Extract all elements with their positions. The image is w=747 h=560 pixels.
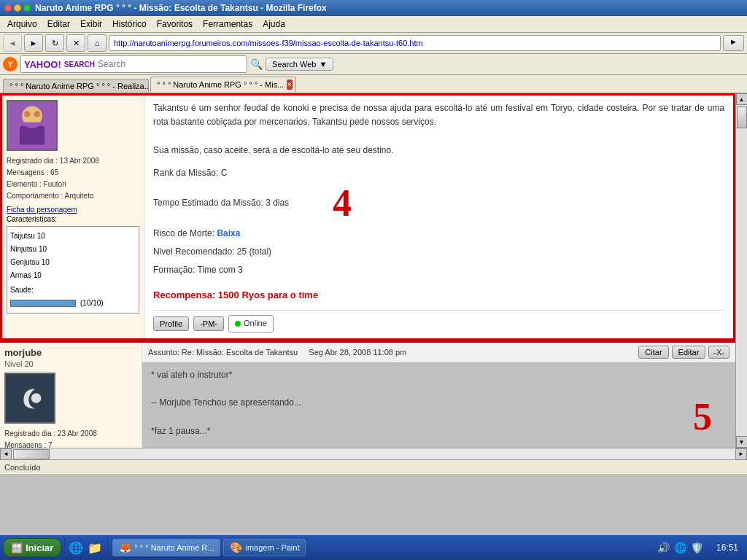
search-dropdown-icon: ▼ — [319, 60, 327, 69]
quick-launch-1[interactable]: 🌐 — [68, 540, 84, 556]
post2-subject: Assunto: Re: Missão: Escolta de Takantsu — [148, 348, 298, 357]
profile-button-1[interactable]: Profile — [153, 316, 189, 331]
online-badge-1: Online — [228, 315, 274, 332]
taskbar-firefox[interactable]: 🦊 ° ° ° Naruto Anime R... — [112, 539, 220, 556]
start-button[interactable]: 🪟 Iniciar — [3, 538, 61, 557]
search-web-button[interactable]: Search Web ▼ — [266, 58, 333, 71]
svg-point-3 — [34, 111, 41, 117]
back-button[interactable]: ◄ — [3, 34, 22, 52]
menu-ajuda[interactable]: Ajuda — [258, 18, 290, 31]
vertical-scrollbar[interactable]: ▲ ▼ — [735, 93, 747, 448]
menu-favoritos[interactable]: Favoritos — [152, 18, 197, 31]
scroll-down-arrow[interactable]: ▼ — [736, 436, 748, 448]
pm-button-1[interactable]: -PM- — [193, 316, 224, 331]
post2-line3: *faz 1 pausa...* — [151, 424, 541, 438]
delete-button[interactable]: -X- — [708, 346, 729, 359]
post2-line2: -- Morjube Tenchou se apresentando... — [151, 396, 541, 410]
menu-arquivo[interactable]: Arquivo — [3, 18, 42, 31]
taskbar-divider — [64, 538, 65, 557]
search-input[interactable] — [98, 59, 244, 69]
char-link-1[interactable]: Ficha do personagem — [7, 206, 77, 214]
firefox-icon: 🦊 — [119, 542, 131, 553]
minimize-window-btn[interactable] — [14, 4, 21, 12]
rank-label: Rank da Missão: C — [153, 166, 724, 180]
home-button[interactable]: ⌂ — [88, 34, 107, 52]
quick-launch-2[interactable]: 📁 — [87, 540, 103, 556]
maximize-window-btn[interactable] — [23, 4, 31, 12]
registered-1: Registrado dia : 13 Abr 2008 — [7, 155, 139, 167]
taskbar-divider2 — [107, 538, 108, 557]
scroll-thumb[interactable] — [737, 106, 747, 128]
post2-text-block: * vai ateh o instrutor* -- Morjube Tench… — [151, 368, 541, 448]
menu-ferramentas[interactable]: Ferramentas — [198, 18, 257, 31]
svg-point-4 — [31, 393, 42, 403]
user-info-1: Registrado dia : 13 Abr 2008 Mensagens :… — [7, 155, 139, 202]
taskbar-paint[interactable]: 🎨 imagem - Paint — [223, 539, 306, 556]
window-controls[interactable] — [4, 4, 31, 12]
forward-button[interactable]: ► — [24, 34, 43, 52]
post-content-wrapper-2: Assunto: Re: Missão: Escolta de Takantsu… — [142, 343, 735, 448]
stat-ninjutsu: Ninjutsu 10 — [10, 243, 136, 256]
post2-content-row: * vai ateh o instrutor* -- Morjube Tench… — [151, 368, 727, 448]
death-risk-value: Baixa — [217, 228, 240, 238]
menu-historico[interactable]: Histórico — [108, 18, 151, 31]
taskbar-item-0-label: ° ° ° Naruto Anime R... — [134, 543, 214, 552]
post-footer-1: Profile -PM- Online — [153, 310, 724, 332]
windows-icon: 🪟 — [11, 542, 23, 553]
avatar-1 — [7, 100, 58, 151]
health-bar — [10, 300, 76, 307]
refresh-button[interactable]: ↻ — [45, 34, 64, 52]
user-panel-2: morjube Nivel 20 Registrado dia : 23 Abr… — [0, 343, 142, 448]
address-bar[interactable]: http://narutoanimerpg.forumeiros.com/mis… — [109, 35, 721, 51]
menu-editar[interactable]: Editar — [43, 18, 74, 31]
user-panel-1: Registrado dia : 13 Abr 2008 Mensagens :… — [2, 96, 144, 338]
health-container: Saude: — [10, 284, 136, 297]
tab-0[interactable]: ° ° ° Naruto Anime RPG ° ° ° - Realiza..… — [3, 79, 149, 93]
close-window-btn[interactable] — [4, 4, 12, 12]
content-area: Registrado dia : 13 Abr 2008 Mensagens :… — [0, 93, 735, 448]
h-scroll-thumb[interactable] — [13, 449, 50, 459]
mission-rank: Rank da Missão: C — [153, 166, 724, 180]
title-bar: Naruto Anime RPG ° ° ° - Missão: Escolta… — [0, 0, 747, 16]
health-bar-row: (10/10) — [10, 297, 136, 310]
yahoo-icon: Y — [3, 57, 18, 71]
go-button[interactable]: ► — [723, 35, 744, 51]
menu-exibir[interactable]: Exibir — [76, 18, 107, 31]
characteristics-box-1: Taijutsu 10 Ninjutsu 10 Genjutsu 10 Arma… — [7, 226, 139, 314]
post-1: Registrado dia : 13 Abr 2008 Mensagens :… — [0, 93, 735, 341]
post-paragraph1: Takantsu é um senhor feudal de konoki e … — [153, 101, 724, 129]
network-icon: 🌐 — [674, 542, 686, 553]
online-dot — [235, 321, 241, 327]
start-label: Iniciar — [26, 542, 53, 553]
edit-button[interactable]: Editar — [672, 346, 706, 359]
horizontal-scrollbar[interactable]: ◄ ► — [0, 448, 747, 459]
username-2: morjube — [4, 347, 137, 358]
h-scroll-track — [12, 448, 735, 459]
tab-0-label: ° ° ° Naruto Anime RPG ° ° ° - Realiza..… — [9, 82, 149, 90]
yahoo-logo: YAHOO! — [24, 59, 61, 70]
online-label: Online — [244, 317, 267, 330]
speaker-icon: 🔊 — [657, 542, 670, 553]
yahoo-search-text: SEARCH — [64, 61, 95, 69]
scroll-right-arrow[interactable]: ► — [735, 448, 747, 460]
tab-1-close[interactable]: ✕ — [287, 79, 293, 90]
post-paragraph2: Sua missão, caso aceite, será a de escol… — [153, 144, 724, 158]
search-bar: Y YAHOO! SEARCH 🔍 Search Web ▼ — [0, 54, 747, 75]
scroll-up-arrow[interactable]: ▲ — [736, 93, 748, 105]
post2-subject-date: Assunto: Re: Missão: Escolta de Takantsu… — [148, 348, 406, 357]
search-icon-wrapper: 🔍 — [250, 58, 263, 70]
reward-text: Recompensa: 1500 Ryos para o time — [153, 288, 724, 303]
scroll-left-arrow[interactable]: ◄ — [0, 448, 12, 460]
system-tray: 🔊 🌐 🛡️ — [653, 542, 708, 553]
post2-line1: * vai ateh o instrutor* — [151, 368, 541, 382]
search-web-label: Search Web — [272, 60, 316, 69]
cite-button[interactable]: Citar — [638, 346, 668, 359]
annotation-4: 4 — [333, 184, 352, 222]
death-risk-label: Risco de Morte: — [153, 228, 214, 238]
tab-1-label: ° ° ° Naruto Anime RPG ° ° ° - Mis... — [157, 80, 284, 89]
char-label-1: Caracteristicas: — [7, 215, 139, 223]
stop-button[interactable]: ✕ — [66, 34, 85, 52]
level-label: Nivel Recomendado: 25 (total) — [153, 246, 271, 257]
tab-1[interactable]: ° ° ° Naruto Anime RPG ° ° ° - Mis... ✕ — [150, 77, 296, 93]
stat-taijutsu: Taijutsu 10 — [10, 230, 136, 243]
